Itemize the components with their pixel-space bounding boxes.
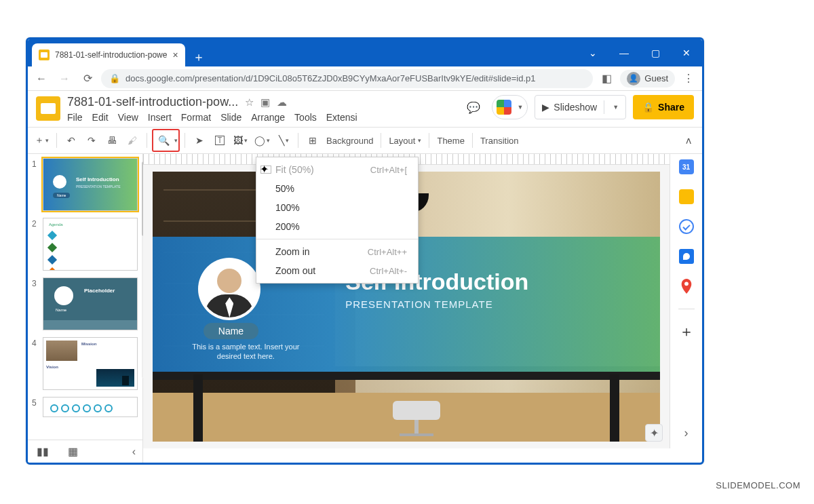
explore-button[interactable]: ✦ xyxy=(645,424,663,442)
slide-subtitle: PRESENTATION TEMPLATE xyxy=(345,298,492,310)
browser-tab[interactable]: 7881-01-self-introduction-powe × xyxy=(32,43,185,66)
zoom-200-item[interactable]: 200% xyxy=(256,217,418,236)
slides-favicon-icon xyxy=(39,50,50,60)
header-actions: 💬 ▼ ▶ Slideshow ▼ 🔒 Share xyxy=(462,95,694,119)
menu-slide[interactable]: Slide xyxy=(220,112,241,123)
comments-icon[interactable]: 💬 xyxy=(462,96,485,119)
slide-thumb-2[interactable]: Agenda xyxy=(43,218,138,271)
zoom-in-item[interactable]: Zoom in Ctrl+Alt++ xyxy=(256,242,418,261)
slides-logo-icon[interactable] xyxy=(36,96,60,121)
minimize-icon[interactable]: ― xyxy=(608,39,640,66)
window-controls: ⌄ ― ▢ ✕ xyxy=(577,39,702,66)
addons-plus-icon[interactable]: ＋ xyxy=(679,324,694,339)
image-button[interactable]: 🖼▾ xyxy=(231,131,250,150)
browser-window: 7881-01-self-introduction-powe × ＋ ⌄ ― ▢… xyxy=(26,37,704,465)
paint-format-button[interactable]: 🖌 xyxy=(123,131,142,150)
menu-format[interactable]: Format xyxy=(181,112,211,123)
thumb-number: 2 xyxy=(32,218,39,271)
keep-icon[interactable] xyxy=(679,189,694,204)
forward-icon[interactable]: → xyxy=(55,69,74,88)
zoom-icon[interactable]: 🔍 xyxy=(154,131,173,150)
tab-title: 7881-01-self-introduction-powe xyxy=(55,50,167,60)
filmstrip-view-icon[interactable]: ▮▮ xyxy=(28,445,58,458)
url-field[interactable]: 🔒 docs.google.com/presentation/d/1D9CiL0… xyxy=(101,69,593,88)
print-button[interactable]: 🖶 xyxy=(102,131,121,150)
redo-button[interactable]: ↷ xyxy=(82,131,101,150)
menu-arrange[interactable]: Arrange xyxy=(251,112,285,123)
chevron-down-icon[interactable]: ▾ xyxy=(174,137,178,144)
menu-edit[interactable]: Edit xyxy=(92,112,109,123)
contacts-icon[interactable] xyxy=(679,249,694,264)
new-tab-button[interactable]: ＋ xyxy=(189,47,208,66)
comment-insert-button[interactable]: ⊞ xyxy=(303,131,322,150)
thumb-number: 1 xyxy=(32,158,39,211)
document-title[interactable]: 7881-01-self-introduction-pow... xyxy=(67,95,238,109)
avatar-icon: 👤 xyxy=(627,72,640,85)
reading-list-icon[interactable]: ◧ xyxy=(597,69,616,88)
menu-file[interactable]: File xyxy=(67,112,83,123)
menu-tools[interactable]: Tools xyxy=(294,112,317,123)
background-button[interactable]: Background xyxy=(324,131,376,150)
chevron-down-icon: ▼ xyxy=(613,104,619,111)
menu-insert[interactable]: Insert xyxy=(148,112,172,123)
side-panel: 31 ＋ › xyxy=(670,154,702,448)
meet-button[interactable]: ▼ xyxy=(492,95,528,119)
maximize-icon[interactable]: ▢ xyxy=(640,39,671,66)
tab-close-icon[interactable]: × xyxy=(172,50,178,60)
thumb-number: 3 xyxy=(32,277,39,330)
menu-extensions[interactable]: Extensi xyxy=(326,112,357,123)
chevron-down-icon[interactable]: ⌄ xyxy=(577,39,608,66)
move-icon[interactable]: ▣ xyxy=(260,96,270,109)
back-icon[interactable]: ← xyxy=(32,69,51,88)
browser-urlbar: ← → ⟳ 🔒 docs.google.com/presentation/d/1… xyxy=(28,66,702,91)
grid-view-icon[interactable]: ▦ xyxy=(58,445,88,458)
browser-menu-icon[interactable]: ⋮ xyxy=(679,69,698,88)
slide-thumb-3[interactable]: Placeholder Name xyxy=(43,277,138,330)
divider xyxy=(604,100,604,114)
zoom-button-highlighted[interactable]: 🔍 ▾ xyxy=(152,129,180,152)
select-tool-button[interactable]: ➤ xyxy=(190,131,209,150)
close-icon[interactable]: ✕ xyxy=(671,39,702,66)
docs-header: 7881-01-self-introduction-pow... ☆ ▣ ☁ F… xyxy=(28,91,702,123)
layout-button[interactable]: Layout▾ xyxy=(386,131,424,150)
avatar-photo xyxy=(198,258,260,320)
maps-icon[interactable] xyxy=(679,279,694,294)
slide-thumb-4[interactable]: Mission Vision xyxy=(43,337,138,390)
theme-button[interactable]: Theme xyxy=(434,131,467,150)
collapse-panel-icon[interactable]: › xyxy=(684,426,689,440)
share-button[interactable]: 🔒 Share xyxy=(633,95,694,119)
textbox-button[interactable]: 🅃 xyxy=(210,131,229,150)
profile-label: Guest xyxy=(644,73,668,83)
zoom-dropdown: Fit (50%) Ctrl+Alt+[ 50% 100% 200% Zoom … xyxy=(256,157,419,284)
line-button[interactable]: ╲▾ xyxy=(274,131,293,150)
fit-indicator-icon xyxy=(260,166,271,174)
star-icon[interactable]: ☆ xyxy=(245,96,254,109)
profile-chip[interactable]: 👤 Guest xyxy=(620,70,675,88)
slide-thumb-5[interactable] xyxy=(43,397,138,417)
collapse-filmstrip-icon[interactable]: ‹ xyxy=(132,446,136,458)
share-label: Share xyxy=(658,102,684,113)
url-text: docs.google.com/presentation/d/1D9CiL08o… xyxy=(125,73,535,83)
slide-thumb-1[interactable]: Self Introduction PRESENTATION TEMPLATE … xyxy=(43,158,138,211)
toolbar: ＋▾ ↶ ↷ 🖶 🖌 🔍 ▾ ➤ 🅃 🖼▾ ◯▾ ╲▾ ⊞ Background… xyxy=(28,127,702,154)
menu-view[interactable]: View xyxy=(118,112,138,123)
zoom-fit-item[interactable]: Fit (50%) Ctrl+Alt+[ xyxy=(256,160,418,179)
reload-icon[interactable]: ⟳ xyxy=(78,69,97,88)
undo-button[interactable]: ↶ xyxy=(62,131,81,150)
lock-icon: 🔒 xyxy=(642,102,654,113)
zoom-50-item[interactable]: 50% xyxy=(256,179,418,198)
cloud-status-icon[interactable]: ☁ xyxy=(277,96,287,109)
tasks-icon[interactable] xyxy=(679,219,694,234)
divider xyxy=(678,309,695,309)
browser-titlebar: 7881-01-self-introduction-powe × ＋ ⌄ ― ▢… xyxy=(28,39,702,66)
zoom-100-item[interactable]: 100% xyxy=(256,198,418,217)
toolbar-collapse-icon[interactable]: ʌ xyxy=(679,131,698,150)
play-icon: ▶ xyxy=(542,102,549,113)
slideshow-button[interactable]: ▶ Slideshow ▼ xyxy=(535,95,626,119)
transition-button[interactable]: Transition xyxy=(478,131,522,150)
filmstrip-controls: ▮▮ ▦ ‹ xyxy=(28,440,143,463)
calendar-icon[interactable]: 31 xyxy=(679,159,694,174)
shape-button[interactable]: ◯▾ xyxy=(252,131,273,150)
zoom-out-item[interactable]: Zoom out Ctrl+Alt+- xyxy=(256,261,418,280)
new-slide-button[interactable]: ＋▾ xyxy=(32,131,52,150)
